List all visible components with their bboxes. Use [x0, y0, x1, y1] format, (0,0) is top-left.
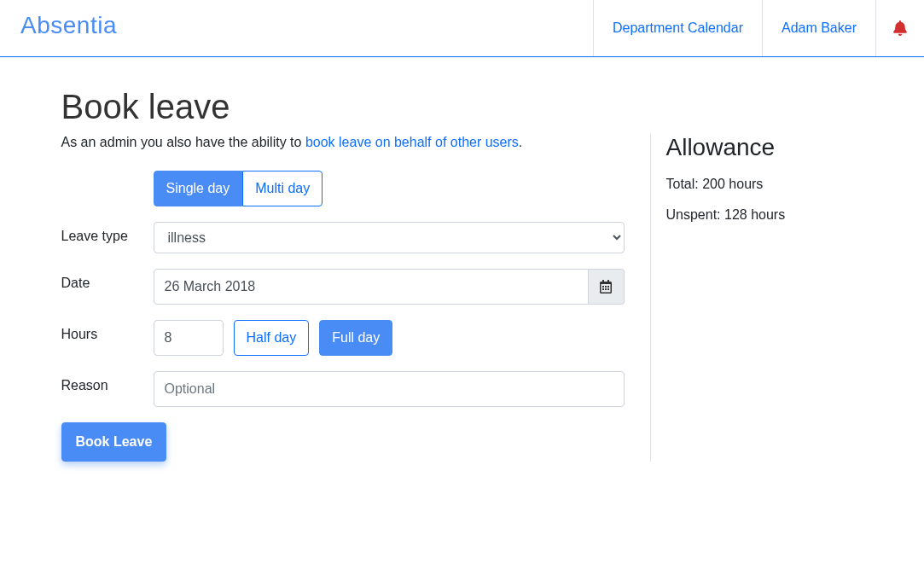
- date-input-group: [154, 269, 625, 305]
- allowance-section: Allowance Total: 200 hours Unspent: 128 …: [650, 134, 863, 462]
- subtitle-text: As an admin you also have the ability to: [61, 135, 305, 149]
- date-picker-button[interactable]: [589, 269, 625, 305]
- book-on-behalf-link[interactable]: book leave on behalf of other users: [305, 135, 519, 149]
- hours-row: Hours Half day Full day: [61, 320, 625, 356]
- page-title: Book leave: [61, 88, 625, 126]
- calendar-icon: [599, 280, 613, 294]
- bell-icon: [893, 20, 907, 36]
- form-section: Book leave As an admin you also have the…: [61, 88, 625, 462]
- day-mode-toggle: Single day Multi day: [154, 171, 323, 206]
- hours-label: Hours: [61, 320, 154, 342]
- hours-field[interactable]: [154, 320, 224, 356]
- main-container: Book leave As an admin you also have the…: [44, 57, 880, 492]
- empty-label: [61, 171, 154, 177]
- allowance-total: Total: 200 hours: [666, 177, 863, 192]
- subtitle-suffix: .: [519, 135, 522, 149]
- day-mode-row: Single day Multi day: [61, 171, 625, 206]
- date-label: Date: [61, 269, 154, 291]
- reason-field[interactable]: [154, 371, 625, 407]
- tab-single-day[interactable]: Single day: [154, 171, 243, 206]
- full-day-button[interactable]: Full day: [319, 320, 392, 356]
- leave-type-row: Leave type illness: [61, 222, 625, 253]
- date-row: Date: [61, 269, 625, 305]
- allowance-heading: Allowance: [666, 134, 863, 161]
- allowance-unspent: Unspent: 128 hours: [666, 207, 863, 223]
- leave-type-select[interactable]: illness: [154, 222, 625, 253]
- nav-user-menu[interactable]: Adam Baker: [762, 0, 875, 56]
- nav-notifications[interactable]: [875, 0, 924, 56]
- leave-type-label: Leave type: [61, 222, 154, 244]
- reason-label: Reason: [61, 371, 154, 393]
- nav-right: Department Calendar Adam Baker: [593, 0, 924, 56]
- page-subtitle: As an admin you also have the ability to…: [61, 135, 625, 150]
- date-field[interactable]: [154, 269, 589, 305]
- reason-row: Reason: [61, 371, 625, 407]
- half-day-button[interactable]: Half day: [234, 320, 310, 356]
- nav-department-calendar[interactable]: Department Calendar: [593, 0, 762, 56]
- book-leave-button[interactable]: Book Leave: [61, 422, 167, 462]
- brand-logo[interactable]: Absentia: [0, 0, 137, 56]
- tab-multi-day[interactable]: Multi day: [242, 171, 323, 206]
- navbar: Absentia Department Calendar Adam Baker: [0, 0, 924, 57]
